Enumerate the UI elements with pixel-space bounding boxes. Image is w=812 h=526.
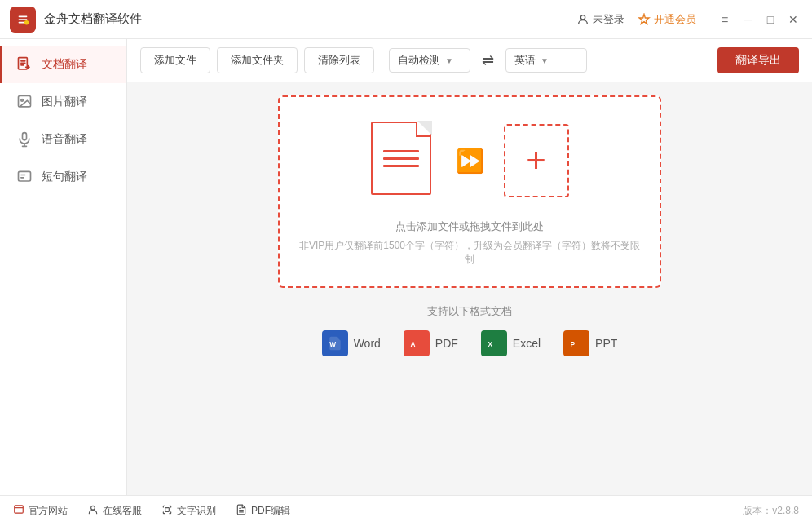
excel-badge: X: [481, 330, 507, 356]
footer-website[interactable]: 官方网站: [13, 504, 68, 518]
support-label: 在线客服: [103, 504, 142, 518]
app-logo: [10, 7, 36, 33]
content-area: 添加文件 添加文件夹 清除列表 自动检测 ▼ ⇌ 英语 ▼ 翻译导出: [127, 39, 812, 495]
svg-rect-12: [15, 506, 24, 513]
maximize-button[interactable]: □: [761, 11, 779, 29]
sidebar-item-img[interactable]: 图片翻译: [0, 83, 126, 121]
svg-text:P: P: [571, 340, 576, 348]
short-translate-icon: [15, 168, 33, 186]
add-file-box[interactable]: +: [504, 124, 569, 197]
titlebar-controls: 未登录 开通会员 ≡ ─ □ ✕: [576, 11, 802, 29]
svg-point-13: [91, 506, 95, 510]
word-badge: W: [322, 330, 348, 356]
voice-translate-icon: [15, 130, 33, 148]
sidebar-label-voice: 语音翻译: [42, 132, 87, 147]
footer-ocr[interactable]: 文字识别: [161, 504, 216, 518]
sidebar-label-img: 图片翻译: [42, 95, 87, 109]
ocr-icon: [161, 504, 173, 518]
doc-line-1: [383, 150, 419, 152]
menu-button[interactable]: ≡: [716, 11, 734, 29]
svg-point-1: [24, 20, 29, 24]
img-translate-icon: [15, 93, 33, 111]
website-label: 官方网站: [29, 504, 68, 518]
format-pdf: A PDF: [404, 330, 458, 356]
swap-lang-button[interactable]: ⇌: [475, 51, 501, 69]
sidebar-label-short: 短句翻译: [42, 170, 87, 184]
svg-text:X: X: [488, 340, 492, 348]
svg-point-5: [21, 99, 23, 102]
pdf-badge: A: [404, 330, 430, 356]
sidebar-label-doc: 文档翻译: [42, 57, 87, 72]
format-ppt: P PPT: [563, 330, 617, 356]
titlebar: 金舟文档翻译软件 未登录 开通会员 ≡ ─ □ ✕: [0, 0, 812, 39]
add-file-button[interactable]: 添加文件: [140, 47, 210, 73]
svg-text:A: A: [410, 340, 415, 348]
website-icon: [13, 504, 24, 518]
footer: 官方网站 在线客服 文字识别 PDF编辑 版本：v2.8.8: [0, 495, 812, 526]
minimize-button[interactable]: ─: [739, 11, 757, 29]
formats-divider-left: [336, 312, 417, 312]
excel-label: Excel: [513, 337, 541, 350]
doc-translate-icon: [15, 55, 33, 73]
user-login-button[interactable]: 未登录: [576, 12, 624, 27]
close-button[interactable]: ✕: [784, 11, 802, 29]
ocr-label: 文字识别: [177, 504, 216, 518]
toolbar: 添加文件 添加文件夹 清除列表 自动检测 ▼ ⇌ 英语 ▼ 翻译导出: [127, 39, 812, 82]
sidebar-item-voice[interactable]: 语音翻译: [0, 121, 126, 158]
vip-button[interactable]: 开通会员: [638, 12, 696, 27]
ppt-badge: P: [563, 330, 589, 356]
drop-limit-text: 非VIP用户仅翻译前1500个字（字符），升级为会员翻译字（字符）数将不受限制: [296, 239, 643, 267]
app-title: 金舟文档翻译软件: [44, 11, 142, 27]
target-lang-select[interactable]: 英语 ▼: [505, 48, 587, 73]
formats-list: W Word A PDF: [322, 330, 618, 356]
sidebar-item-short[interactable]: 短句翻译: [0, 158, 126, 196]
ppt-label: PPT: [595, 337, 617, 350]
target-lang-chevron: ▼: [541, 56, 549, 65]
sidebar: 文档翻译 图片翻译 语音翻译: [0, 39, 127, 495]
doc-icon-body: [371, 122, 431, 195]
svg-rect-7: [19, 171, 31, 181]
drop-hint-text: 点击添加文件或拖拽文件到此处: [395, 219, 544, 234]
source-lang-chevron: ▼: [445, 56, 453, 65]
formats-divider-right: [522, 312, 603, 312]
doc-line-3: [383, 165, 419, 167]
clear-list-button[interactable]: 清除列表: [304, 47, 374, 73]
formats-section: 支持以下格式文档 W Word: [266, 304, 673, 356]
svg-text:W: W: [329, 340, 336, 348]
drop-zone-wrapper: ⏩ + 点击添加文件或拖拽文件到此处 非VIP用户仅翻译前1500个字（字符），…: [127, 82, 812, 495]
svg-rect-14: [165, 508, 170, 512]
pdf-edit-icon: [236, 504, 247, 518]
translate-export-button[interactable]: 翻译导出: [717, 47, 799, 73]
doc-line-2: [383, 157, 419, 160]
formats-title: 支持以下格式文档: [427, 304, 512, 319]
document-icon: [371, 122, 436, 200]
footer-support[interactable]: 在线客服: [87, 504, 142, 518]
source-lang-label: 自动检测: [398, 53, 440, 68]
source-lang-select[interactable]: 自动检测 ▼: [389, 48, 470, 73]
forward-arrow-icon: ⏩: [456, 148, 484, 175]
svg-rect-6: [23, 133, 27, 140]
format-word: W Word: [322, 330, 381, 356]
window-controls: ≡ ─ □ ✕: [716, 11, 802, 29]
footer-pdf-edit[interactable]: PDF编辑: [236, 504, 290, 518]
format-excel: X Excel: [481, 330, 541, 356]
sidebar-item-doc[interactable]: 文档翻译: [0, 46, 126, 83]
support-icon: [87, 504, 99, 518]
svg-point-2: [580, 15, 585, 19]
main-layout: 文档翻译 图片翻译 语音翻译: [0, 39, 812, 495]
add-folder-button[interactable]: 添加文件夹: [217, 47, 298, 73]
target-lang-label: 英语: [514, 53, 536, 68]
word-label: Word: [354, 337, 381, 350]
drop-zone[interactable]: ⏩ + 点击添加文件或拖拽文件到此处 非VIP用户仅翻译前1500个字（字符），…: [278, 95, 661, 288]
doc-icon-fold: [416, 122, 430, 137]
pdf-label: PDF: [435, 337, 458, 350]
formats-title-row: 支持以下格式文档: [266, 304, 673, 319]
version-label: 版本：v2.8.8: [743, 504, 799, 518]
pdf-edit-label: PDF编辑: [251, 504, 290, 518]
drop-zone-icons: ⏩ +: [371, 122, 569, 200]
